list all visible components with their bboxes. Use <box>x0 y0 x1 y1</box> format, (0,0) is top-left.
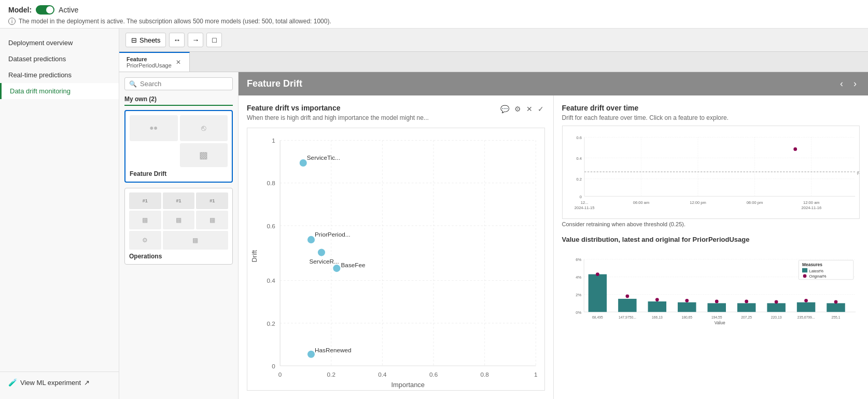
sidebar: Deployment overview Dataset predictions … <box>0 29 119 399</box>
svg-text:235,6799...: 235,6799... <box>797 315 815 319</box>
view-experiment-label: View ML experiment <box>20 379 81 387</box>
svg-text:166,13: 166,13 <box>652 315 663 319</box>
dot-7 <box>774 300 778 304</box>
svg-text:Measures: Measures <box>802 262 822 267</box>
svg-text:12:00 pm: 12:00 pm <box>690 200 706 205</box>
dist-chart-svg: 0% 2% 4% 6% 68 <box>562 249 860 332</box>
preview-gear-icon: ⚙ <box>129 231 161 250</box>
bar-4 <box>678 302 696 312</box>
svg-text:255,1: 255,1 <box>831 315 840 319</box>
settings-button[interactable]: ⚙ <box>513 104 522 114</box>
point-priorperiod[interactable] <box>307 236 315 243</box>
bar-8 <box>796 302 815 312</box>
sheet-operations-name: Operations <box>129 253 228 260</box>
model-label: Model: <box>8 6 32 14</box>
preview-line-icon: ⎋ <box>180 115 228 141</box>
sidebar-item-real-time-predictions[interactable]: Real-time predictions <box>0 67 119 83</box>
svg-text:(0.25): (0.25) <box>857 170 859 175</box>
sheets-panel: 🔍 My own (2) •• ⎋ ▩ Feature Drift <box>119 72 239 399</box>
info-icon: i <box>8 18 16 25</box>
fullscreen-button[interactable]: □ <box>206 33 222 47</box>
svg-text:0.6: 0.6 <box>429 371 438 378</box>
time-chart-point[interactable] <box>793 147 797 151</box>
view-experiment-button[interactable]: 🧪 View ML experiment ↗ <box>8 378 110 387</box>
tab-bar: Feature PriorPeriodUsage ✕ <box>119 52 868 72</box>
sidebar-item-data-drift-monitoring[interactable]: Data drift monitoring <box>0 83 119 99</box>
bar-2 <box>618 299 636 312</box>
confirm-button[interactable]: ✓ <box>537 104 545 114</box>
svg-text:0: 0 <box>579 195 581 199</box>
svg-rect-74 <box>802 268 807 272</box>
sidebar-item-deployment-overview[interactable]: Deployment overview <box>0 35 119 51</box>
point-hasrenewed[interactable] <box>307 351 315 358</box>
svg-text:180,65: 180,65 <box>681 315 692 319</box>
sheet-card-operations[interactable]: #1 #1 #1 ▩ ▩ ▩ ⚙ ▩ Operations <box>124 188 233 265</box>
time-chart-section: Feature drift over time Drift for each f… <box>562 104 860 227</box>
chart-toolbar: 💬 ⚙ ✕ ✓ <box>499 104 545 114</box>
preview-bar-small-1: ▩ <box>129 211 161 229</box>
svg-text:6%: 6% <box>576 257 581 262</box>
dist-chart-section: Value distribution, latest and original … <box>562 236 860 332</box>
external-link-icon: ↗ <box>84 379 90 387</box>
sidebar-footer: 🧪 View ML experiment ↗ <box>0 372 119 393</box>
svg-text:1: 1 <box>272 137 275 144</box>
sheet-card-feature-drift[interactable]: •• ⎋ ▩ Feature Drift <box>124 110 233 183</box>
svg-text:0%: 0% <box>576 310 581 315</box>
sheets-label: Sheets <box>139 36 160 44</box>
tab-close-button[interactable]: ✕ <box>175 59 182 66</box>
svg-text:220,13: 220,13 <box>771 315 781 319</box>
search-input[interactable] <box>140 80 228 88</box>
preview-bar-icon: ▩ <box>180 143 228 167</box>
dot-9 <box>834 300 837 304</box>
comment-button[interactable]: 💬 <box>499 104 510 114</box>
svg-text:0.2: 0.2 <box>267 320 275 327</box>
sheets-button[interactable]: ⊟ Sheets <box>125 33 166 47</box>
preview-bar-small-3: ▩ <box>196 211 228 229</box>
model-info-text: i The model in the deployment is active.… <box>8 18 860 25</box>
svg-text:06:00 pm: 06:00 pm <box>746 200 763 205</box>
svg-text:0: 0 <box>272 363 275 369</box>
model-toggle[interactable] <box>36 5 54 15</box>
chart-panel-left: Feature drift vs importance When there i… <box>239 95 554 399</box>
svg-point-76 <box>803 274 806 278</box>
svg-text:68,495: 68,495 <box>592 315 603 319</box>
svg-text:12...: 12... <box>580 200 588 205</box>
svg-text:0.4: 0.4 <box>267 277 275 284</box>
svg-text:12:00 am: 12:00 am <box>803 200 820 205</box>
search-box[interactable]: 🔍 <box>124 77 233 90</box>
svg-text:Value: Value <box>714 320 725 325</box>
svg-text:ServiceR...: ServiceR... <box>309 258 339 265</box>
scatter-chart-subtitle: When there is high drift and high import… <box>247 114 429 121</box>
svg-text:4%: 4% <box>576 275 581 280</box>
tab-feature-priorperiodusage[interactable]: Feature PriorPeriodUsage ✕ <box>119 52 190 72</box>
scatter-chart-title: Feature drift vs importance <box>247 104 429 112</box>
fd-prev-button[interactable]: ‹ <box>837 77 846 90</box>
expand-button[interactable]: ↔ <box>169 33 185 47</box>
svg-text:BaseFee: BaseFee <box>341 262 366 268</box>
svg-text:Latest%: Latest% <box>809 269 823 273</box>
svg-text:Drift: Drift <box>250 250 258 262</box>
preview-bar-small-4: ▩ <box>163 231 228 250</box>
point-servicetic[interactable] <box>300 159 307 167</box>
panel-layout: 🔍 My own (2) •• ⎋ ▩ Feature Drift <box>119 72 868 399</box>
bar-9 <box>827 303 845 312</box>
time-chart-title: Feature drift over time <box>562 104 860 112</box>
svg-text:2%: 2% <box>576 293 581 297</box>
model-active-label: Active <box>59 6 78 14</box>
fd-next-button[interactable]: › <box>850 77 860 90</box>
close-chart-button[interactable]: ✕ <box>525 104 534 114</box>
svg-text:0.6: 0.6 <box>576 135 582 140</box>
sidebar-item-dataset-predictions[interactable]: Dataset predictions <box>0 51 119 67</box>
share-button[interactable]: → <box>188 33 203 47</box>
dot-4 <box>685 299 689 302</box>
bar-1 <box>588 274 606 312</box>
scatter-chart: 1 0.8 0.6 0.4 0.2 0 0 0.2 0.4 <box>247 128 545 391</box>
point-servicer[interactable] <box>318 249 325 256</box>
svg-text:0.8: 0.8 <box>481 371 489 378</box>
svg-text:2024-11-16: 2024-11-16 <box>801 205 821 210</box>
svg-text:147,9750...: 147,9750... <box>618 315 636 319</box>
feature-drift-header: Feature Drift ‹ › <box>239 72 868 95</box>
svg-text:194,55: 194,55 <box>711 315 722 319</box>
time-chart-svg: (0.25) 0.6 0.4 0.2 0 <box>563 126 860 218</box>
point-basefee[interactable] <box>333 265 340 272</box>
